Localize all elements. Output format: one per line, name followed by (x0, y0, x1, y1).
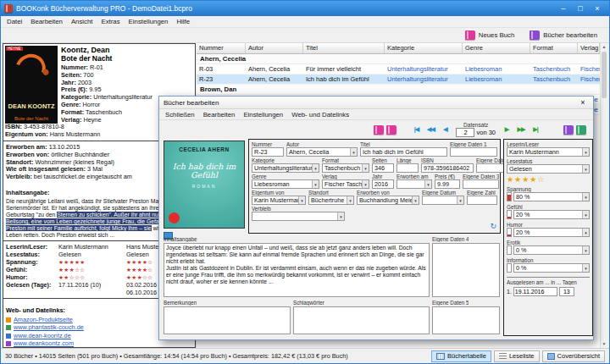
metric-value[interactable]: 0 %▾ (513, 245, 590, 255)
metric-value[interactable]: 80 %▾ (513, 192, 590, 201)
dialog-menu-einstellungen[interactable]: Einstellungen (239, 111, 287, 119)
input-genre[interactable]: Liebesroman▾ (252, 179, 319, 189)
dialog-menu-schließen[interactable]: Schließen (161, 111, 199, 119)
input-verbleib[interactable]: ▾ (252, 212, 345, 221)
group-header-row[interactable]: Ahern, Cecelia (197, 54, 600, 64)
web-link[interactable]: www.deankoontz.com (6, 339, 192, 348)
fast-forward-button[interactable]: ▶▶ (515, 124, 527, 135)
book-duplicate-icon[interactable] (374, 125, 384, 135)
last-record-button[interactable]: ▶| (530, 124, 541, 135)
record-number-input[interactable] (456, 128, 474, 137)
input-länge[interactable] (396, 163, 419, 173)
menu-item-bearbeiten[interactable]: Bearbeiten (26, 18, 67, 25)
vertical-scrollbar[interactable]: ▲ ▼ (600, 43, 607, 348)
prev-record-button[interactable]: ◀ (439, 124, 451, 135)
minimize-button[interactable]: – (555, 1, 572, 16)
info-line: Nummer: R-01 (61, 64, 193, 72)
reader-select[interactable]: Karin Mustermann ▾ (507, 147, 590, 157)
overall-rating[interactable]: ★★★★☆ (507, 175, 590, 184)
input-format[interactable]: Taschenbuch▾ (322, 163, 369, 173)
book-edit-icon[interactable] (563, 125, 574, 135)
dropdown-arrow-icon: ▾ (582, 246, 589, 254)
dialog-close-button[interactable]: × (577, 98, 589, 107)
book-delete-icon[interactable] (576, 125, 586, 135)
fast-back-button[interactable]: ◀◀ (424, 124, 436, 135)
dialog-menu-web-und-datelinks[interactable]: Web- und Datelinks (287, 111, 353, 119)
dropdown-arrow-icon: ▾ (582, 193, 589, 201)
new-book-button[interactable]: Neues Buch (460, 30, 519, 41)
column-header-format[interactable]: Format (530, 43, 578, 53)
input-nummer[interactable]: R-23 (252, 147, 284, 157)
finished-date-input[interactable] (513, 287, 557, 296)
bemerkungen-textarea[interactable] (164, 306, 291, 334)
close-button[interactable]: × (589, 1, 606, 16)
input-standort[interactable]: Büchertruhe▾ (308, 196, 354, 205)
field-format: FormatTaschenbuch▾ (322, 157, 369, 173)
leseliste-button[interactable]: Leseliste (494, 350, 540, 362)
column-header-genre[interactable]: Genre (463, 43, 530, 53)
field-standort: StandortBüchertruhe▾ (308, 190, 354, 205)
menu-bar: DateiBearbeitenAnsichtExtrasEinstellunge… (1, 16, 609, 28)
dialog-book-cover[interactable]: CECELIA AHERN Ich hab dich im Gefühl ROM… (164, 141, 245, 229)
menu-item-datei[interactable]: Datei (3, 18, 26, 25)
next-record-button[interactable]: ▶ (501, 124, 513, 135)
scroll-down-icon[interactable]: ▼ (601, 340, 607, 348)
metric-bar (507, 228, 512, 237)
book-add-icon[interactable] (386, 125, 396, 135)
field-label: ISBN (421, 157, 474, 163)
input-jahr[interactable]: 2016 (372, 179, 394, 189)
status-select[interactable]: Gelesen ▾ (507, 164, 590, 174)
input-autor[interactable]: Ahern, Cecelia▾ (286, 147, 358, 157)
metric-value[interactable]: 20 %▾ (513, 228, 590, 237)
field-value: Unterhaltungsliteratur (252, 164, 312, 172)
buechertabelle-button[interactable]: Büchertabelle (431, 350, 491, 362)
maximize-button[interactable]: □ (572, 1, 589, 16)
column-header-autor[interactable]: Autor (246, 43, 303, 53)
column-header-titel[interactable]: Titel (303, 43, 385, 53)
input-erworben-von[interactable]: Buchhandlung Meier▾ (357, 196, 419, 205)
input-preis[interactable]: 9.99 (435, 179, 460, 189)
table-row[interactable]: R-23Ahern, CeceliaIch hab dich im Gefühl… (197, 74, 600, 85)
synopsis-textarea[interactable]: Joyce überlebt nur knapp einen Unfall – … (164, 243, 430, 297)
refresh-icon[interactable]: ↻ (490, 222, 496, 230)
dropdown-arrow-icon: ▾ (337, 212, 344, 220)
metric-value[interactable]: 0 %▾ (513, 263, 590, 273)
input-seiten[interactable]: 346 (372, 163, 394, 173)
schlagwoerter-textarea[interactable] (293, 306, 430, 334)
metric-value[interactable]: 20 %▾ (513, 210, 590, 219)
table-row[interactable]: R-03Ahern, CeceliaFür immer vielleichtUn… (197, 64, 600, 74)
eigene-daten5-textarea[interactable] (432, 306, 500, 334)
input-eigene-zahl[interactable] (467, 196, 497, 205)
dialog-menu-bearbeiten[interactable]: Bearbeiten (199, 111, 240, 119)
menu-item-einstellungen[interactable]: Einstellungen (125, 18, 173, 25)
group-header-row[interactable]: Brown, Dan (197, 85, 600, 95)
field-value: Fischer Taschenbuch (323, 180, 362, 188)
eigene-daten4-textarea[interactable] (432, 243, 500, 297)
first-record-button[interactable]: |◀ (410, 124, 422, 135)
book-cover[interactable]: HEYNE DEAN KOONTZ Bote der Nacht (5, 46, 58, 124)
input-isbn[interactable]: 978-3596186402 (421, 163, 474, 173)
menu-item-ansicht[interactable]: Ansicht (67, 18, 97, 25)
field-label: Jahr (372, 174, 394, 179)
input-kategorie[interactable]: Unterhaltungsliteratur▾ (252, 163, 319, 173)
scrollbar-thumb[interactable] (602, 52, 607, 98)
input-eigentum-von[interactable]: Karin Mustermann▾ (252, 196, 306, 205)
input-erworben-am[interactable]: ▾ (396, 179, 432, 189)
menu-item-extras[interactable]: Extras (97, 18, 125, 25)
scroll-up-icon[interactable]: ▲ (601, 43, 607, 51)
input-eigene-datum[interactable]: ▾ (422, 196, 464, 205)
window-title: BOOKonk Bücherverwaltung PRO - DemoDatei… (16, 4, 555, 13)
input-eigene-daten-3[interactable] (463, 179, 499, 189)
menu-item-hilfe[interactable]: Hilfe (172, 18, 194, 25)
column-header-verlag[interactable]: Verlag (578, 43, 600, 53)
finished-days-input[interactable] (559, 287, 574, 296)
edit-books-button[interactable]: Bücher bearbeiten (524, 30, 602, 41)
coveruebersicht-button[interactable]: Coverübersicht (542, 350, 605, 362)
input-verlag[interactable]: Fischer Taschenbuch▾ (322, 179, 369, 189)
input-eigene-daten-1[interactable] (450, 147, 497, 157)
metric-erotik: Erotik0 %▾ (507, 240, 590, 256)
column-header-kategorie[interactable]: Kategorie (385, 43, 463, 53)
input-titel[interactable]: Ich hab dich im Gefühl (360, 147, 447, 157)
column-header-nummer[interactable]: Nummer (197, 43, 246, 53)
info-value: örtlicher Buchhändler (51, 152, 109, 158)
